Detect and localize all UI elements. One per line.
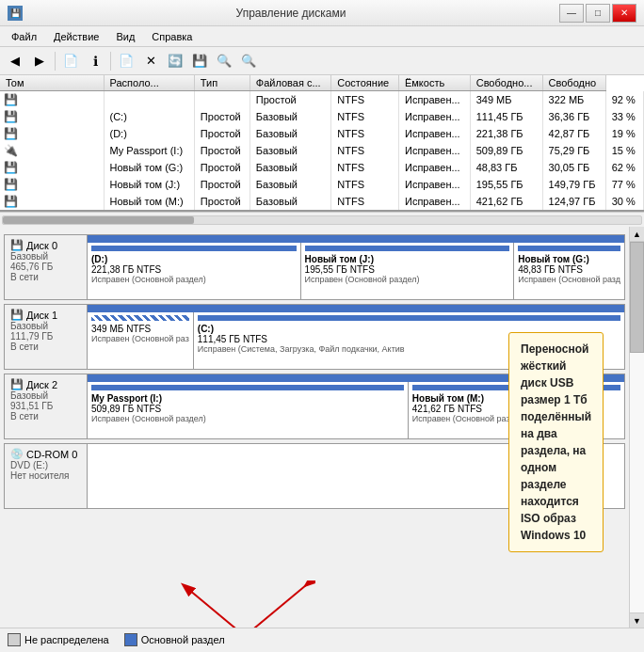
disk-type-label: DVD (E:) [10, 460, 81, 470]
menu-file[interactable]: Файл [4, 29, 44, 44]
scroll-up-btn[interactable]: ▲ [630, 227, 644, 242]
col-free: Свободно... [470, 75, 542, 91]
row-cell: Простой [194, 176, 250, 193]
row-cell: (D:) [104, 125, 194, 142]
svg-line-1 [184, 585, 240, 628]
partition[interactable]: (D:)221,38 ГБ NTFSИсправен (Основной раз… [88, 243, 301, 299]
back-button[interactable]: ◀ [4, 50, 26, 72]
partition[interactable]: 349 МБ NTFSИсправен (Основной раз [88, 312, 194, 369]
row-cell: Исправен... [398, 193, 470, 210]
row-cell: Простой [194, 108, 250, 125]
delete-button[interactable]: ✕ [139, 50, 162, 72]
row-cell: NTFS [331, 193, 399, 210]
properties-button[interactable]: 📄 [59, 50, 82, 72]
maximize-button[interactable]: □ [586, 4, 610, 23]
vscrollbar[interactable]: ▲ ▼ [629, 227, 644, 628]
disk-type-label: Базовый [10, 251, 81, 262]
disk-icon: 💾 [10, 378, 24, 390]
row-cell: NTFS [331, 91, 399, 109]
col-fs: Файловая с... [250, 75, 330, 91]
partition[interactable]: Новый том (G:)48,83 ГБ NTFSИсправен (Осн… [514, 243, 624, 299]
disk-partitions: (D:)221,38 ГБ NTFSИсправен (Основной раз… [88, 235, 624, 299]
title-bar: 💾 Управление дисками — □ ✕ [0, 0, 644, 26]
legend-unallocated-box [8, 633, 21, 646]
partition-size: 195,55 ГБ NTFS [305, 264, 510, 275]
partition-status: Исправен (Основной разд [518, 275, 620, 284]
forward-button[interactable]: ▶ [28, 50, 51, 72]
partition[interactable]: My Passport (I:)509,89 ГБ NTFSИсправен (… [88, 382, 409, 438]
new-disk-button[interactable]: 📄 [115, 50, 137, 72]
partition-name: My Passport (I:) [91, 393, 404, 404]
table-row[interactable]: 💾(C:)ПростойБазовыйNTFSИсправен...111,45… [0, 108, 644, 125]
search2-button[interactable]: 🔍 [237, 50, 260, 72]
table-row[interactable]: 🔌My Passport (I:)ПростойБазовыйNTFSИспра… [0, 142, 644, 159]
scroll-track[interactable] [630, 242, 644, 612]
col-freepct: Свободно [542, 75, 605, 91]
menu-view[interactable]: Вид [108, 29, 142, 44]
legend-unallocated: Не распределена [8, 633, 109, 646]
col-status: Состояние [331, 75, 399, 91]
table-row[interactable]: 💾Новый том (J:)ПростойБазовыйNTFSИсправе… [0, 176, 644, 193]
row-cell: NTFS [331, 125, 399, 142]
row-cell: NTFS [331, 142, 399, 159]
window-title: Управление дисками [23, 7, 559, 20]
partition-bar [198, 315, 620, 321]
row-cell: 221,38 ГБ [470, 125, 542, 142]
format-button[interactable]: 🔄 [164, 50, 186, 72]
row-cell: Базовый [250, 108, 330, 125]
menu-help[interactable]: Справка [144, 29, 200, 44]
hscrollbar-thumb[interactable] [3, 216, 194, 224]
row-cell: NTFS [331, 176, 399, 193]
scroll-down-btn[interactable]: ▼ [630, 612, 644, 628]
search-button[interactable]: 🔍 [213, 50, 235, 72]
menu-action[interactable]: Действие [46, 29, 106, 44]
minimize-button[interactable]: — [559, 4, 584, 23]
disk-name-label: 💾 Диск 2 [10, 378, 81, 390]
table-row[interactable]: 💾Новый том (G:)ПростойБазовыйNTFSИсправе… [0, 159, 644, 176]
row-cell: Простой [194, 142, 250, 159]
row-cell [104, 91, 194, 109]
table-hscrollbar[interactable] [0, 212, 644, 227]
row-cell: 124,97 ГБ [542, 193, 605, 210]
col-tom: Том [0, 75, 104, 91]
disk-icon: 💾 [10, 239, 24, 251]
hscrollbar-track[interactable] [2, 215, 642, 225]
table-row[interactable]: 💾ПростойNTFSИсправен...349 МБ322 МБ92 % [0, 91, 644, 109]
row-cell: Новый том (G:) [104, 159, 194, 176]
row-cell: Исправен... [398, 176, 470, 193]
disk-row: 💾 Диск 0 Базовый 465,76 ГБ В сети (D:)22… [4, 234, 625, 300]
partition[interactable]: Новый том (J:)195,55 ГБ NTFSИсправен (Ос… [301, 243, 515, 299]
toolbar-separator-1 [55, 52, 56, 71]
partition-size: 349 МБ NTFS [91, 324, 189, 334]
partition-bar [305, 246, 510, 251]
row-cell: NTFS [331, 108, 399, 125]
row-cell: 92 % [605, 91, 643, 109]
save-button[interactable]: 💾 [188, 50, 211, 72]
disk-type-label: Базовый [10, 321, 81, 331]
partition-name: (D:) [91, 254, 297, 264]
row-cell: 149,79 ГБ [542, 176, 605, 193]
row-cell: Исправен... [398, 108, 470, 125]
volumes-table: Том Располо... Тип Файловая с... Состоян… [0, 75, 644, 210]
partition-status: Исправен (Основной раз [91, 334, 189, 343]
legend-primary-box [124, 633, 137, 646]
row-cell: Базовый [250, 142, 330, 159]
close-button[interactable]: ✕ [612, 4, 636, 23]
row-cell: 15 % [605, 142, 643, 159]
partition-status: Исправен (Основной раздел) [91, 414, 404, 423]
row-cell: 322 МБ [542, 91, 605, 109]
disk-name-label: 💾 Диск 1 [10, 309, 81, 321]
scroll-thumb[interactable] [630, 242, 644, 353]
disk-icon: 💿 [10, 448, 24, 460]
disk-id: CD-ROM 0 [26, 449, 77, 460]
row-cell: (C:) [104, 108, 194, 125]
disk-type-label: Базовый [10, 390, 81, 401]
help-button[interactable]: ℹ [84, 50, 106, 72]
table-row[interactable]: 💾(D:)ПростойБазовыйNTFSИсправен...221,38… [0, 125, 644, 142]
partition-status: Исправен (Основной раздел) [91, 275, 297, 284]
row-cell: Простой [194, 193, 250, 210]
table-row[interactable]: 💾Новый том (M:)ПростойБазовыйNTFSИсправе… [0, 193, 644, 210]
disk-label: 💾 Диск 0 Базовый 465,76 ГБ В сети [5, 235, 88, 299]
row-icon: 💾 [0, 108, 104, 125]
row-cell: 19 % [605, 125, 643, 142]
